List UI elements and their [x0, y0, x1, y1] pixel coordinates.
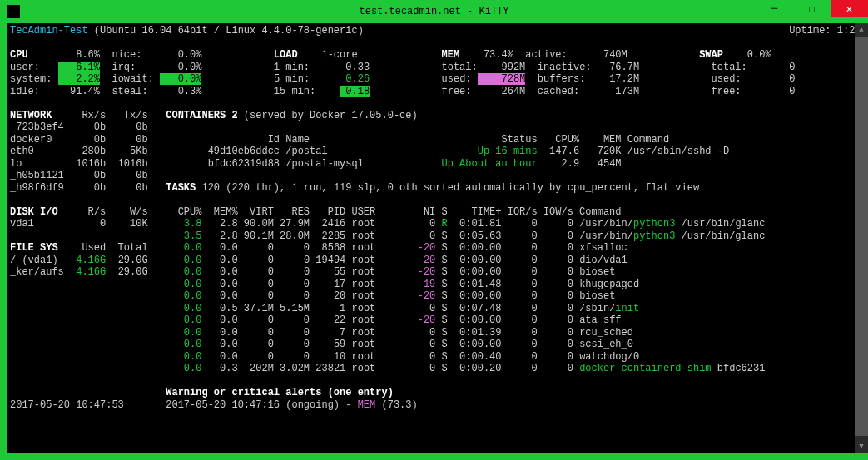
scroll-thumb[interactable]: [855, 37, 868, 436]
maximize-button[interactable]: ☐: [793, 0, 831, 17]
scrollbar[interactable]: ▲ ▼: [855, 23, 868, 453]
close-button[interactable]: ✕: [831, 0, 868, 17]
titlebar: test.tecadmin.net - KiTTY ─ ☐ ✕: [0, 0, 868, 23]
scroll-down-icon[interactable]: ▼: [855, 440, 868, 453]
window-controls: ─ ☐ ✕: [756, 0, 868, 17]
terminal-output[interactable]: TecAdmin-Test (Ubuntu 16.04 64bit / Linu…: [7, 23, 861, 453]
scroll-up-icon[interactable]: ▲: [855, 23, 868, 37]
window-title: test.tecadmin.net - KiTTY: [359, 6, 508, 17]
app-icon: [7, 5, 20, 18]
minimize-button[interactable]: ─: [756, 0, 793, 17]
